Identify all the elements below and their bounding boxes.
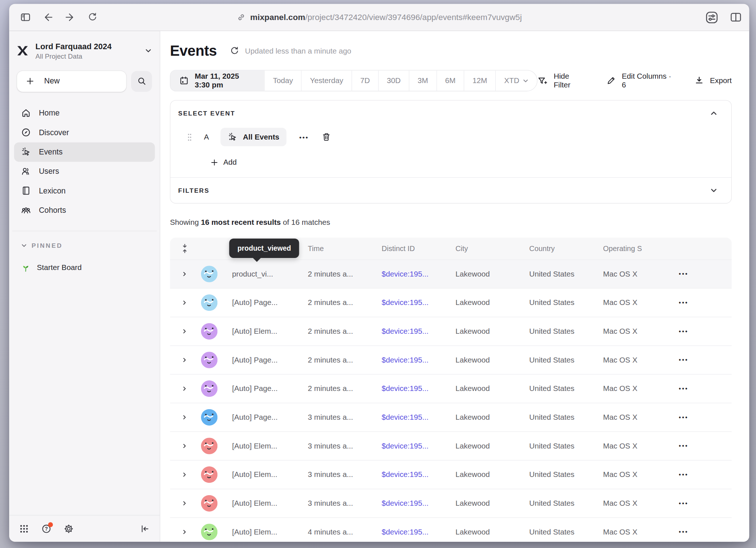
collapse-sidebar-button[interactable] [140,524,150,534]
help-button[interactable] [41,524,51,534]
project-switcher[interactable]: Lord Farquaad 2024 All Project Data [9,31,160,69]
distinct-id-link[interactable]: $device:195... [370,327,444,336]
event-avatar [201,380,217,397]
expand-row-button[interactable] [182,529,188,535]
expand-row-button[interactable] [182,500,188,506]
new-button[interactable]: New [17,71,126,91]
table-row[interactable]: product_vi... 2 minutes a... $device:195… [170,259,732,288]
add-event-button[interactable]: Add [210,158,721,167]
range-3m[interactable]: 3M [409,70,436,91]
distinct-id-link[interactable]: $device:195... [370,499,444,508]
collapse-section-button[interactable] [710,109,721,117]
sidebar-item-home[interactable]: Home [14,103,155,123]
apps-grid-button[interactable] [19,524,29,534]
expand-row-button[interactable] [182,472,188,478]
url-host: mixpanel.com [250,12,305,21]
expand-row-button[interactable] [182,386,188,392]
delete-event-button[interactable] [322,132,331,142]
range-xtd[interactable]: XTD [495,70,537,91]
event-more-button[interactable]: ••• [299,133,309,141]
range-30d[interactable]: 30D [378,70,409,91]
table-row[interactable]: [Auto] Page... 3 minutes a... $device:19… [170,403,732,431]
filters-section[interactable]: FILTERS [170,178,731,203]
table-row[interactable]: [Auto] Elem... 3 minutes a... $device:19… [170,489,732,517]
row-menu-button[interactable]: ••• [679,357,695,364]
expand-section-button[interactable] [710,187,717,194]
column-header-time[interactable]: Time [296,244,370,253]
settings-gear-button[interactable] [64,524,74,534]
column-header-distinct-id[interactable]: Distinct ID [370,244,444,253]
search-button[interactable] [131,71,152,91]
page-settings-button[interactable] [705,11,718,24]
column-header-city[interactable]: City [444,244,518,253]
expand-row-button[interactable] [182,300,188,306]
sidebar-item-users[interactable]: Users [14,162,155,181]
distinct-id-link[interactable]: $device:195... [370,442,444,450]
back-button[interactable] [39,9,56,26]
table-row[interactable]: [Auto] Page... 2 minutes a... $device:19… [170,288,732,317]
split-view-button[interactable] [729,11,743,24]
chevron-right-icon [182,271,188,277]
row-menu-button[interactable]: ••• [679,385,695,392]
column-header-country[interactable]: Country [517,244,591,253]
sidebar-item-cohorts[interactable]: Cohorts [14,200,155,220]
range-12m[interactable]: 12M [464,70,496,91]
event-chip-label: All Events [243,133,279,141]
row-menu-button[interactable]: ••• [679,471,695,478]
expand-row-button[interactable] [182,443,188,449]
sidebar-item-events[interactable]: Events [14,142,155,161]
range-6m[interactable]: 6M [436,70,464,91]
address-bar[interactable]: mixpanel.com/project/3472420/view/397469… [237,4,522,31]
pencil-icon [606,76,616,86]
row-menu-button[interactable]: ••• [679,299,695,306]
export-button[interactable]: Export [694,76,732,86]
expand-row-button[interactable] [182,414,188,420]
sidebar-toggle-button[interactable] [17,9,34,26]
table-row[interactable]: [Auto] Elem... 3 minutes a... $device:19… [170,431,732,460]
city: Lakewood [444,528,518,536]
table-row[interactable]: [Auto] Elem... 4 minutes a... $device:19… [170,517,732,542]
table-row[interactable]: [Auto] Page... 2 minutes a... $device:19… [170,374,732,403]
distinct-id-link[interactable]: $device:195... [370,384,444,393]
expand-row-button[interactable] [182,271,188,277]
query-builder-card: SELECT EVENT A All Events ••• [170,100,732,204]
drag-handle-icon[interactable] [187,132,192,141]
edit-columns-button[interactable]: Edit Columns · 6 [606,72,673,89]
sidebar-item-starter-board[interactable]: Starter Board [9,263,160,273]
forward-button[interactable] [62,9,78,26]
range-7d[interactable]: 7D [351,70,378,91]
chevron-down-icon [710,187,717,194]
column-header-os[interactable]: Operating S [591,244,665,253]
distinct-id-link[interactable]: $device:195... [370,270,444,278]
sidebar-item-lexicon[interactable]: Lexicon [14,181,155,200]
distinct-id-link[interactable]: $device:195... [370,413,444,422]
row-menu-button[interactable]: ••• [679,414,695,421]
distinct-id-link[interactable]: $device:195... [370,470,444,479]
pinned-section-header[interactable]: PINNED [9,242,160,249]
sidebar-item-discover[interactable]: Discover [14,123,155,142]
reload-button[interactable] [84,9,101,26]
expand-row-button[interactable] [182,357,188,363]
table-row[interactable]: [Auto] Elem... 2 minutes a... $device:19… [170,317,732,345]
event-selector-chip[interactable]: All Events [221,128,287,146]
event-avatar [201,323,217,340]
range-yesterday[interactable]: Yesterday [301,70,351,91]
range-today[interactable]: Today [264,70,301,91]
distinct-id-link[interactable]: $device:195... [370,356,444,364]
expand-row-button[interactable] [182,328,188,334]
row-menu-button[interactable]: ••• [679,271,695,278]
refresh-button[interactable] [229,46,239,56]
table-row[interactable]: [Auto] Page... 2 minutes a... $device:19… [170,345,732,374]
row-menu-button[interactable]: ••• [679,328,695,335]
row-menu-button[interactable]: ••• [679,529,695,536]
collapse-all-rows-button[interactable] [182,243,188,254]
row-menu-button[interactable]: ••• [679,443,695,450]
date-picker-button[interactable]: Mar 11, 2025 3:30 pm [170,70,264,91]
hide-filter-button[interactable]: Hide Filter [538,72,585,89]
row-menu-button[interactable]: ••• [679,500,695,507]
browser-toolbar: mixpanel.com/project/3472420/view/397469… [9,4,749,31]
distinct-id-link[interactable]: $device:195... [370,528,444,536]
event-avatar [201,352,217,368]
distinct-id-link[interactable]: $device:195... [370,298,444,307]
table-row[interactable]: [Auto] Elem... 3 minutes a... $device:19… [170,460,732,489]
